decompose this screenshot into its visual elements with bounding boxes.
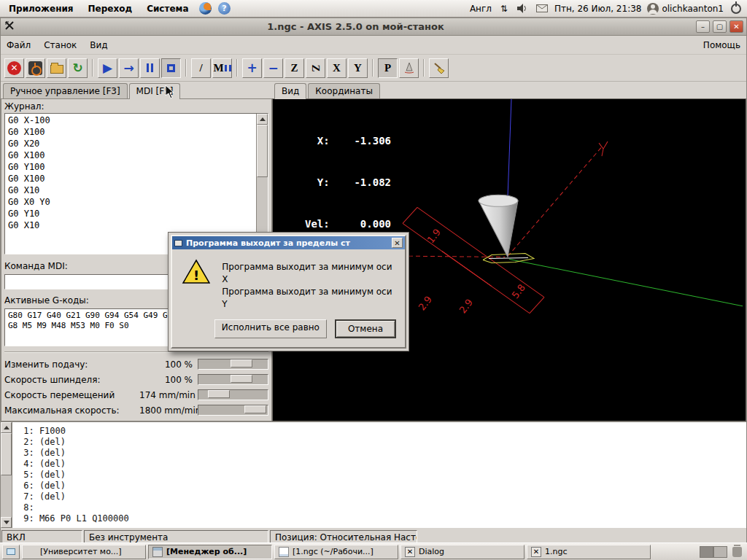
history-entry[interactable]: G0 X100 xyxy=(8,174,253,185)
volume-icon[interactable] xyxy=(516,2,530,15)
cancel-button[interactable]: Отмена xyxy=(335,319,396,338)
taskbar-window-firefox[interactable]: [Университет мо...] xyxy=(22,545,146,559)
firefox-launcher-icon[interactable] xyxy=(198,2,212,15)
executed-path-line xyxy=(489,257,528,258)
history-entry[interactable]: G0 X10 xyxy=(8,220,253,232)
places-menu[interactable]: Переход xyxy=(84,0,137,17)
max-velocity-label: Максимальная скорость: xyxy=(4,405,139,416)
zoom-out-button[interactable]: − xyxy=(263,58,283,78)
dimension-label: 1.9 xyxy=(425,227,444,246)
slider-thumb[interactable] xyxy=(208,390,230,398)
workspace-1[interactable] xyxy=(700,546,713,558)
zoom-in-button[interactable]: + xyxy=(242,58,262,78)
taskbar-window-axis[interactable]: ✕1.ngc xyxy=(527,545,651,559)
view-z-rotated-button[interactable]: Z xyxy=(306,58,325,78)
scroll-down-icon[interactable] xyxy=(1,517,12,528)
menu-machine[interactable]: Станок xyxy=(44,40,77,50)
taskbar-window-file-manager[interactable]: [Менеджер об...] xyxy=(148,545,272,559)
dialog-message-line: Программа выходит за минимум оси X xyxy=(222,261,398,286)
history-entry[interactable]: G0 Y100 xyxy=(8,162,253,174)
skip-lines-toggle[interactable]: / xyxy=(191,58,211,78)
taskbar: [Университет мо...] [Менеджер об...] [1.… xyxy=(0,542,747,560)
history-entry[interactable]: G0 Y10 xyxy=(8,209,253,220)
scrollbar-thumb[interactable] xyxy=(1,433,12,475)
tab-manual-control[interactable]: Ручное управление [F3] xyxy=(3,83,128,98)
step-button[interactable]: → xyxy=(119,58,139,78)
history-entry[interactable]: G0 X0 Y0 xyxy=(8,197,253,209)
menu-view[interactable]: Вид xyxy=(90,40,107,50)
program-scrollbar[interactable] xyxy=(1,422,12,528)
username: olichkaanton1 xyxy=(662,4,724,14)
menu-help[interactable]: Помощь xyxy=(703,40,740,50)
shutdown-icon[interactable] xyxy=(729,2,743,15)
tab-preview[interactable]: Вид xyxy=(274,83,306,99)
tab-dro[interactable]: Координаты xyxy=(308,83,380,98)
feed-override-slider[interactable] xyxy=(198,359,268,370)
run-anyway-button[interactable]: Исполнить все равно xyxy=(214,319,327,338)
trash-icon[interactable] xyxy=(732,547,742,557)
estop-icon: ✕ xyxy=(7,61,21,75)
close-button[interactable]: ✕ xyxy=(729,20,743,33)
slider-thumb[interactable] xyxy=(244,405,266,413)
limit-warning-dialog: Программа выходит за пределы ст ✕ ! Прог… xyxy=(168,232,409,351)
toolbar-separator xyxy=(185,59,187,77)
history-entry[interactable]: G0 X20 xyxy=(8,139,253,150)
taskbar-window-editor[interactable]: [1.ngc (~/Рабочи...] xyxy=(274,545,398,559)
scroll-up-icon[interactable] xyxy=(257,114,268,125)
reload-button[interactable]: ↻ xyxy=(68,58,88,78)
tab-mdi[interactable]: MDI [F5] xyxy=(129,83,181,99)
dimension-label: 5.8 xyxy=(510,282,528,301)
clock[interactable]: Птн, 26 Июл, 21:38 xyxy=(554,4,642,14)
max-velocity-slider[interactable] xyxy=(198,405,268,416)
dimension-line xyxy=(403,207,417,223)
taskbar-window-dialog[interactable]: ✕Dialog xyxy=(400,545,525,559)
history-entry[interactable]: G0 X10 xyxy=(8,185,253,197)
run-button[interactable]: ▶ xyxy=(98,58,117,78)
open-file-button[interactable] xyxy=(47,58,66,78)
axis-window-icon xyxy=(4,20,15,34)
rotate-view-button[interactable] xyxy=(399,58,419,78)
pause-button[interactable] xyxy=(140,58,160,78)
slider-thumb[interactable] xyxy=(231,359,252,368)
jog-speed-slider[interactable] xyxy=(198,389,268,400)
layout-switch-icon[interactable]: ⇅ xyxy=(498,2,511,15)
menu-file[interactable]: Файл xyxy=(7,40,31,50)
help-launcher-icon[interactable]: ? xyxy=(217,2,231,15)
machine-power-button[interactable] xyxy=(26,58,45,78)
view-x-button[interactable]: X xyxy=(327,58,347,78)
program-text[interactable]: 1: F1000 2: (del) 3: (del) 4: (del) 5: (… xyxy=(12,422,746,528)
window-titlebar[interactable]: 1.ngc - AXIS 2.5.0 on мой-станок – ▢ ✕ xyxy=(1,18,746,36)
workspace-2[interactable] xyxy=(713,546,727,558)
broom-icon xyxy=(433,61,446,74)
workspace-switcher[interactable] xyxy=(700,546,727,558)
minimize-button[interactable]: – xyxy=(696,20,710,33)
file-manager-icon xyxy=(152,547,163,557)
applications-menu[interactable]: Приложения xyxy=(4,0,78,17)
spindle-override-slider[interactable] xyxy=(198,374,268,385)
stop-button[interactable] xyxy=(161,58,181,78)
scrollbar-thumb[interactable] xyxy=(257,125,268,177)
dialog-close-icon[interactable]: ✕ xyxy=(392,238,403,248)
dialog-titlebar[interactable]: Программа выходит за пределы ст ✕ xyxy=(172,236,405,249)
history-entry[interactable]: G0 X100 xyxy=(8,150,253,162)
maximize-button[interactable]: ▢ xyxy=(713,20,727,33)
system-menu[interactable]: Система xyxy=(142,0,193,17)
keyboard-layout-indicator[interactable]: Англ xyxy=(470,4,492,14)
history-entry[interactable]: G0 X100 xyxy=(8,127,253,139)
svg-text:!: ! xyxy=(193,268,199,283)
view-perspective-button[interactable]: P xyxy=(378,58,398,78)
mail-icon[interactable] xyxy=(535,2,549,15)
estop-button[interactable]: ✕ xyxy=(4,58,24,78)
history-entry[interactable]: G0 X-100 xyxy=(8,115,253,127)
user-menu[interactable]: olichkaanton1 xyxy=(647,3,724,15)
view-z-button[interactable]: Z xyxy=(285,58,304,78)
clear-plot-button[interactable] xyxy=(429,58,449,78)
view-y-button[interactable]: Y xyxy=(348,58,368,78)
jog-speed-label: Скорость перемещений xyxy=(4,390,139,400)
optional-pause-toggle[interactable]: M xyxy=(212,58,232,78)
show-desktop-button[interactable] xyxy=(2,545,20,559)
slider-thumb[interactable] xyxy=(231,375,252,383)
spindle-override-row: Скорость шпинделя: 100 % xyxy=(4,372,268,387)
scroll-up-icon[interactable] xyxy=(1,422,12,433)
p-view-icon: P xyxy=(384,62,391,74)
